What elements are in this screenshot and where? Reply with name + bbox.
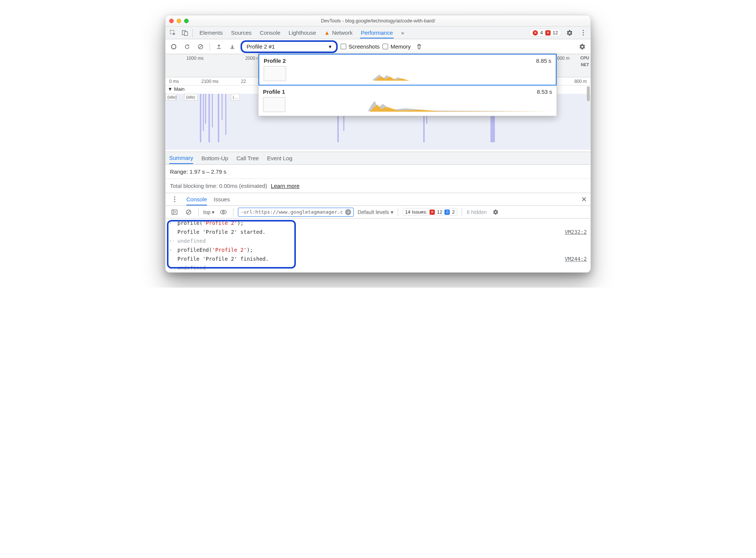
cpu-label: CPU bbox=[580, 56, 589, 60]
input-caret-icon: › bbox=[169, 247, 175, 252]
devtools-main-toolbar: Elements Sources Console Lighthouse ▲ Ne… bbox=[165, 27, 591, 39]
performance-toolbar: Profile 2 #1 ▾ Screenshots Memory Profil… bbox=[165, 39, 591, 54]
error-count: 4 bbox=[540, 30, 543, 35]
memory-checkbox[interactable]: Memory bbox=[382, 43, 410, 50]
tab-elements[interactable]: Elements bbox=[199, 27, 224, 38]
profile-selected-label: Profile 2 #1 bbox=[247, 43, 275, 50]
console-settings-icon[interactable] bbox=[490, 207, 501, 217]
main-tabs: Elements Sources Console Lighthouse ▲ Ne… bbox=[199, 27, 528, 38]
capture-settings-icon[interactable] bbox=[577, 41, 588, 52]
memory-label: Memory bbox=[390, 43, 410, 50]
checkbox-icon bbox=[382, 44, 388, 49]
levels-label: Default levels bbox=[357, 209, 389, 215]
main-label: Main bbox=[174, 86, 185, 92]
filter-value: -url:https://www.googletagmanager.c bbox=[241, 209, 343, 215]
tick: 22 bbox=[241, 79, 246, 84]
source-link[interactable]: VM232:2 bbox=[565, 229, 587, 235]
tick: 1000 ms bbox=[186, 56, 204, 61]
chevron-down-icon: ▾ bbox=[391, 209, 393, 215]
download-profile-button[interactable] bbox=[227, 41, 238, 52]
profile-option-2[interactable]: Profile 2 8.85 s bbox=[258, 54, 557, 86]
svg-line-4 bbox=[199, 45, 202, 48]
inspect-element-icon[interactable] bbox=[168, 28, 178, 38]
more-tabs-button[interactable]: » bbox=[400, 27, 405, 38]
range-text: Range: 1.97 s – 2.79 s bbox=[165, 165, 591, 179]
svg-point-9 bbox=[220, 210, 226, 214]
input-caret-icon: › bbox=[169, 220, 175, 226]
screenshots-checkbox[interactable]: Screenshots bbox=[341, 43, 379, 50]
tab-sources[interactable]: Sources bbox=[230, 27, 252, 38]
live-expression-icon[interactable] bbox=[218, 207, 229, 217]
settings-icon[interactable] bbox=[564, 28, 575, 38]
console-issues-badge[interactable]: 14 Issues: ✕ 12 ☰ 2 bbox=[403, 208, 458, 216]
hidden-count: 6 hidden bbox=[467, 209, 487, 215]
tick: 2100 ms bbox=[201, 79, 219, 84]
learn-more-link[interactable]: Learn more bbox=[271, 183, 300, 189]
svg-rect-2 bbox=[185, 32, 188, 35]
tab-call-tree[interactable]: Call Tree bbox=[236, 155, 259, 161]
issue-count: 12 bbox=[553, 30, 558, 35]
log-text: Profile 'Profile 2' started. bbox=[177, 229, 266, 235]
tab-console[interactable]: Console bbox=[259, 27, 281, 38]
close-drawer-icon[interactable]: ✕ bbox=[581, 195, 587, 204]
issue-icon: ✕ bbox=[545, 30, 551, 35]
svg-line-8 bbox=[187, 211, 190, 214]
scrollbar-thumb[interactable] bbox=[587, 86, 590, 101]
record-button[interactable] bbox=[168, 41, 179, 52]
main-track-label[interactable]: ▼ Main bbox=[168, 86, 185, 92]
clear-console-icon[interactable] bbox=[183, 207, 194, 217]
profile-option-name: Profile 1 bbox=[263, 89, 285, 95]
reload-record-button[interactable] bbox=[182, 41, 192, 52]
upload-profile-button[interactable] bbox=[214, 41, 224, 52]
issues-label: 14 Issues: bbox=[405, 209, 427, 215]
error-square-icon: ✕ bbox=[430, 210, 435, 215]
profile-option-name: Profile 2 bbox=[264, 58, 286, 64]
console-output[interactable]: › profile('Profile 2'); Profile 'Profile… bbox=[165, 218, 591, 272]
console-row-input: › profile('Profile 2'); bbox=[165, 218, 591, 227]
profile-dropdown: Profile 2 8.85 s Profile 1 8.53 bbox=[258, 53, 557, 116]
drawer-header: Console Issues ✕ bbox=[165, 193, 591, 206]
device-toolbar-icon[interactable] bbox=[180, 28, 190, 38]
overview-right-labels: CPU NET bbox=[580, 56, 589, 67]
log-levels-selector[interactable]: Default levels ▾ bbox=[357, 209, 393, 215]
net-label: NET bbox=[581, 62, 589, 67]
titlebar: DevTools - blog.google/technology/ai/cod… bbox=[165, 15, 591, 27]
error-count-badge[interactable]: ✕ 4 ✕ 12 bbox=[529, 29, 561, 37]
context-selector[interactable]: top ▾ bbox=[203, 209, 214, 215]
clear-button[interactable] bbox=[195, 41, 206, 52]
tab-bottom-up[interactable]: Bottom-Up bbox=[201, 155, 228, 161]
checkbox-icon bbox=[341, 44, 346, 49]
separator bbox=[233, 208, 233, 216]
delete-profile-button[interactable] bbox=[414, 41, 424, 52]
log-text: Profile 'Profile 2' finished. bbox=[177, 256, 269, 262]
source-link[interactable]: VM244:2 bbox=[565, 256, 587, 262]
code-text: profileEnd( bbox=[177, 247, 212, 253]
drawer-tab-issues[interactable]: Issues bbox=[214, 196, 230, 202]
more-options-icon[interactable] bbox=[578, 28, 588, 38]
blocking-time-row: Total blocking time: 0.00ms (estimated) … bbox=[165, 179, 591, 193]
tab-summary[interactable]: Summary bbox=[169, 152, 193, 164]
drawer-tab-console[interactable]: Console bbox=[186, 193, 207, 205]
console-filter-input[interactable]: -url:https://www.googletagmanager.c ✕ bbox=[238, 208, 354, 217]
profile-option-1[interactable]: Profile 1 8.53 s bbox=[258, 86, 557, 116]
code-text: ); bbox=[237, 220, 244, 226]
tab-lighthouse[interactable]: Lighthouse bbox=[288, 27, 317, 38]
console-toolbar: top ▾ -url:https://www.googletagmanager.… bbox=[165, 206, 591, 218]
profile-selector[interactable]: Profile 2 #1 ▾ bbox=[241, 40, 338, 53]
tab-network[interactable]: ▲ Network bbox=[323, 27, 353, 38]
clear-filter-icon[interactable]: ✕ bbox=[345, 209, 351, 215]
tab-network-label: Network bbox=[332, 30, 353, 36]
tab-event-log[interactable]: Event Log bbox=[267, 155, 292, 161]
profile-option-time: 8.53 s bbox=[537, 89, 552, 95]
chevron-down-icon: ▾ bbox=[329, 43, 332, 50]
console-sidebar-toggle-icon[interactable] bbox=[169, 207, 180, 217]
console-row-log: Profile 'Profile 2' finished. VM244:2 bbox=[165, 254, 591, 263]
drawer-menu-icon[interactable] bbox=[169, 194, 180, 205]
profile-thumbnail bbox=[264, 66, 286, 81]
code-text: ); bbox=[247, 247, 253, 253]
separator bbox=[192, 29, 193, 37]
svg-rect-5 bbox=[172, 210, 177, 214]
tab-performance[interactable]: Performance bbox=[360, 27, 394, 38]
console-row-result: ‹· undefined bbox=[165, 263, 591, 272]
tick: 0 ms bbox=[169, 79, 179, 84]
